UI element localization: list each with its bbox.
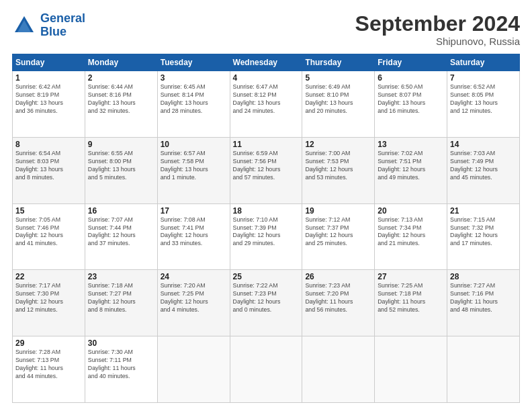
header: General Blue September 2024 Shipunovo, R… — [12, 12, 520, 47]
day-number: 7 — [450, 73, 517, 83]
calendar-day-cell: 22Sunrise: 7:17 AM Sunset: 7:30 PM Dayli… — [13, 270, 85, 336]
day-number: 10 — [161, 140, 227, 149]
day-number: 1 — [15, 73, 82, 83]
day-info: Sunrise: 7:12 AM Sunset: 7:37 PM Dayligh… — [305, 216, 371, 248]
day-number: 18 — [233, 206, 300, 216]
calendar-header-cell: Monday — [85, 54, 157, 71]
calendar-day-cell: 7Sunrise: 6:52 AM Sunset: 8:05 PM Daylig… — [447, 71, 520, 138]
day-number: 5 — [305, 73, 371, 83]
day-number: 17 — [161, 206, 227, 216]
logo: General Blue — [12, 12, 85, 39]
calendar-day-cell: 14Sunrise: 7:03 AM Sunset: 7:49 PM Dayli… — [447, 137, 520, 203]
calendar-day-cell: 19Sunrise: 7:12 AM Sunset: 7:37 PM Dayli… — [302, 203, 375, 270]
day-number: 22 — [15, 272, 82, 281]
calendar-day-cell: 3Sunrise: 6:45 AM Sunset: 8:14 PM Daylig… — [157, 71, 230, 138]
day-info: Sunrise: 6:44 AM Sunset: 8:16 PM Dayligh… — [88, 83, 154, 116]
subtitle: Shipunovo, Russia — [355, 36, 520, 47]
calendar-day-cell: 9Sunrise: 6:55 AM Sunset: 8:00 PM Daylig… — [85, 137, 157, 203]
page: General Blue September 2024 Shipunovo, R… — [0, 0, 532, 411]
calendar-day-cell: 28Sunrise: 7:27 AM Sunset: 7:16 PM Dayli… — [447, 270, 520, 336]
title-block: September 2024 Shipunovo, Russia — [355, 12, 520, 47]
day-info: Sunrise: 6:57 AM Sunset: 7:58 PM Dayligh… — [161, 150, 227, 182]
calendar-day-cell: 27Sunrise: 7:25 AM Sunset: 7:18 PM Dayli… — [375, 270, 447, 336]
day-number: 15 — [15, 206, 82, 216]
calendar-day-cell: 29Sunrise: 7:28 AM Sunset: 7:13 PM Dayli… — [13, 336, 85, 403]
day-info: Sunrise: 6:47 AM Sunset: 8:12 PM Dayligh… — [233, 83, 300, 116]
calendar-header-cell: Friday — [375, 54, 447, 71]
calendar-table: SundayMondayTuesdayWednesdayThursdayFrid… — [12, 54, 520, 403]
day-number: 19 — [305, 206, 371, 216]
day-info: Sunrise: 6:55 AM Sunset: 8:00 PM Dayligh… — [88, 150, 154, 182]
calendar-day-cell: 12Sunrise: 7:00 AM Sunset: 7:53 PM Dayli… — [302, 137, 375, 203]
calendar-week-row: 1Sunrise: 6:42 AM Sunset: 8:19 PM Daylig… — [13, 71, 520, 138]
calendar-day-cell: 2Sunrise: 6:44 AM Sunset: 8:16 PM Daylig… — [85, 71, 157, 138]
day-info: Sunrise: 7:00 AM Sunset: 7:53 PM Dayligh… — [305, 150, 371, 182]
calendar-day-cell: 10Sunrise: 6:57 AM Sunset: 7:58 PM Dayli… — [157, 137, 230, 203]
calendar-day-cell — [157, 336, 230, 403]
day-number: 6 — [378, 73, 444, 83]
day-number: 14 — [450, 140, 517, 149]
day-number: 2 — [88, 73, 154, 83]
calendar-week-row: 22Sunrise: 7:17 AM Sunset: 7:30 PM Dayli… — [13, 270, 520, 336]
day-number: 27 — [378, 272, 444, 281]
day-number: 28 — [450, 272, 517, 281]
day-info: Sunrise: 7:07 AM Sunset: 7:44 PM Dayligh… — [88, 216, 154, 248]
calendar-day-cell — [230, 336, 302, 403]
logo-line1: General — [40, 11, 85, 25]
logo-icon — [12, 13, 36, 38]
day-info: Sunrise: 7:23 AM Sunset: 7:20 PM Dayligh… — [305, 282, 371, 314]
day-info: Sunrise: 7:28 AM Sunset: 7:13 PM Dayligh… — [15, 349, 82, 381]
day-info: Sunrise: 6:45 AM Sunset: 8:14 PM Dayligh… — [161, 83, 227, 116]
calendar-header-cell: Tuesday — [157, 54, 230, 71]
day-info: Sunrise: 6:49 AM Sunset: 8:10 PM Dayligh… — [305, 83, 371, 116]
day-info: Sunrise: 7:22 AM Sunset: 7:23 PM Dayligh… — [233, 282, 300, 314]
day-info: Sunrise: 7:10 AM Sunset: 7:39 PM Dayligh… — [233, 216, 300, 248]
day-info: Sunrise: 7:27 AM Sunset: 7:16 PM Dayligh… — [450, 282, 517, 314]
calendar-day-cell: 1Sunrise: 6:42 AM Sunset: 8:19 PM Daylig… — [13, 71, 85, 138]
day-info: Sunrise: 6:54 AM Sunset: 8:03 PM Dayligh… — [15, 150, 82, 182]
day-info: Sunrise: 7:25 AM Sunset: 7:18 PM Dayligh… — [378, 282, 444, 314]
day-number: 21 — [450, 206, 517, 216]
day-number: 25 — [233, 272, 300, 281]
day-info: Sunrise: 7:17 AM Sunset: 7:30 PM Dayligh… — [15, 282, 82, 314]
logo-line2: Blue — [40, 25, 66, 38]
calendar-week-row: 8Sunrise: 6:54 AM Sunset: 8:03 PM Daylig… — [13, 137, 520, 203]
day-number: 16 — [88, 206, 154, 216]
calendar-day-cell: 16Sunrise: 7:07 AM Sunset: 7:44 PM Dayli… — [85, 203, 157, 270]
calendar-day-cell: 18Sunrise: 7:10 AM Sunset: 7:39 PM Dayli… — [230, 203, 302, 270]
day-info: Sunrise: 6:52 AM Sunset: 8:05 PM Dayligh… — [450, 83, 517, 116]
day-number: 23 — [88, 272, 154, 281]
calendar-day-cell: 4Sunrise: 6:47 AM Sunset: 8:12 PM Daylig… — [230, 71, 302, 138]
day-info: Sunrise: 6:42 AM Sunset: 8:19 PM Dayligh… — [15, 83, 82, 116]
day-number: 11 — [233, 140, 300, 149]
calendar-day-cell: 26Sunrise: 7:23 AM Sunset: 7:20 PM Dayli… — [302, 270, 375, 336]
calendar-day-cell: 23Sunrise: 7:18 AM Sunset: 7:27 PM Dayli… — [85, 270, 157, 336]
day-info: Sunrise: 7:20 AM Sunset: 7:25 PM Dayligh… — [161, 282, 227, 314]
day-number: 9 — [88, 140, 154, 149]
day-number: 29 — [15, 338, 82, 348]
calendar-body: 1Sunrise: 6:42 AM Sunset: 8:19 PM Daylig… — [13, 71, 520, 403]
day-info: Sunrise: 7:08 AM Sunset: 7:41 PM Dayligh… — [161, 216, 227, 248]
calendar-day-cell: 24Sunrise: 7:20 AM Sunset: 7:25 PM Dayli… — [157, 270, 230, 336]
day-number: 4 — [233, 73, 300, 83]
calendar-day-cell: 8Sunrise: 6:54 AM Sunset: 8:03 PM Daylig… — [13, 137, 85, 203]
day-number: 13 — [378, 140, 444, 149]
calendar-day-cell: 17Sunrise: 7:08 AM Sunset: 7:41 PM Dayli… — [157, 203, 230, 270]
calendar-day-cell — [302, 336, 375, 403]
calendar-day-cell: 13Sunrise: 7:02 AM Sunset: 7:51 PM Dayli… — [375, 137, 447, 203]
calendar-header-cell: Thursday — [302, 54, 375, 71]
calendar-day-cell: 11Sunrise: 6:59 AM Sunset: 7:56 PM Dayli… — [230, 137, 302, 203]
day-info: Sunrise: 6:50 AM Sunset: 8:07 PM Dayligh… — [378, 83, 444, 116]
day-number: 3 — [161, 73, 227, 83]
day-info: Sunrise: 7:15 AM Sunset: 7:32 PM Dayligh… — [450, 216, 517, 248]
day-info: Sunrise: 7:13 AM Sunset: 7:34 PM Dayligh… — [378, 216, 444, 248]
logo-text: General Blue — [40, 12, 85, 39]
day-number: 8 — [15, 140, 82, 149]
calendar-week-row: 15Sunrise: 7:05 AM Sunset: 7:46 PM Dayli… — [13, 203, 520, 270]
day-number: 20 — [378, 206, 444, 216]
day-info: Sunrise: 7:02 AM Sunset: 7:51 PM Dayligh… — [378, 150, 444, 182]
calendar-header-row: SundayMondayTuesdayWednesdayThursdayFrid… — [13, 54, 520, 71]
calendar-day-cell: 30Sunrise: 7:30 AM Sunset: 7:11 PM Dayli… — [85, 336, 157, 403]
day-info: Sunrise: 7:03 AM Sunset: 7:49 PM Dayligh… — [450, 150, 517, 182]
calendar-day-cell: 25Sunrise: 7:22 AM Sunset: 7:23 PM Dayli… — [230, 270, 302, 336]
